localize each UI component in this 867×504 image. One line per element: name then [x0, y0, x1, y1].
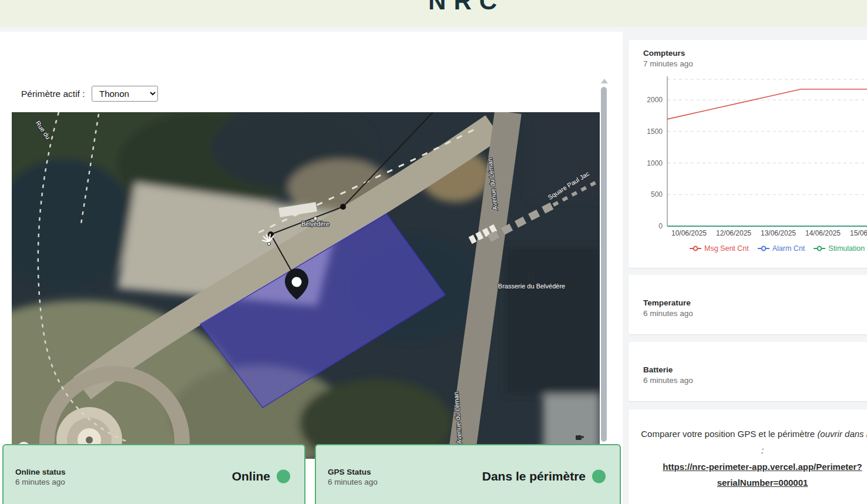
gps-status-value: Dans le périmètre	[482, 469, 586, 483]
svg-text:10/06/2025: 10/06/2025	[671, 229, 707, 237]
track-point	[340, 204, 346, 210]
brasserie-label: Brasserie du Belvédère	[498, 283, 565, 290]
temperature-title: Temperature	[643, 298, 693, 307]
battery-updated: 6 minutes ago	[643, 376, 693, 385]
svg-text:1000: 1000	[647, 159, 663, 167]
svg-text:12/06/2025: 12/06/2025	[716, 229, 751, 237]
app-header: NRC	[0, 0, 867, 27]
gps-status-indicator	[592, 470, 606, 483]
compare-text-colon: :	[761, 445, 764, 455]
online-status-card: Online status 6 minutes ago Online	[2, 444, 305, 504]
online-status-value: Online	[232, 469, 270, 483]
counters-chart: 050010001500200010/06/202512/06/202513/0…	[629, 40, 867, 243]
perimeter-app-link-serial[interactable]: serialNumber=000001	[639, 475, 867, 491]
online-status-title: Online status	[15, 468, 66, 476]
online-status-updated: 6 minutes ago	[15, 478, 66, 486]
svg-text:1500: 1500	[647, 127, 663, 136]
belvedere-label: Belvédère	[301, 220, 329, 227]
gps-compare-card: Comparer votre position GPS et le périmè…	[629, 409, 867, 504]
gps-status-updated: 6 minutes ago	[328, 478, 378, 486]
satellite-map[interactable]: Rue du Belvédère Avenue du Léman Square …	[12, 112, 600, 459]
scrollbar-thumb[interactable]	[601, 87, 607, 442]
svg-text:500: 500	[651, 190, 663, 199]
perimeter-select[interactable]: Thonon	[92, 86, 158, 102]
gps-status-title: GPS Status	[328, 468, 378, 476]
battery-card: Batterie 6 minutes ago	[629, 342, 867, 401]
temperature-card: Temperature 6 minutes ago	[629, 275, 867, 334]
chart-legend: Msg Sent CntAlarm CntStimulation Cnt	[690, 244, 867, 253]
gps-status-card: GPS Status 6 minutes ago Dans le périmèt…	[315, 444, 621, 504]
svg-text:0: 0	[658, 222, 663, 230]
active-perimeter-label: Périmètre actif :	[21, 89, 85, 99]
legend-item[interactable]: Msg Sent Cnt	[690, 244, 749, 253]
battery-title: Batterie	[643, 365, 693, 374]
svg-text:2000: 2000	[647, 96, 663, 104]
map-panel: Périmètre actif : Thonon	[0, 32, 623, 504]
svg-text:14/06/2025: 14/06/2025	[805, 229, 841, 237]
counters-card: Compteurs 7 minutes ago 0500100015002000…	[629, 40, 867, 268]
legend-item[interactable]: Stimulation Cnt	[814, 244, 867, 253]
svg-text:15/06/2025: 15/06/2025	[850, 229, 867, 237]
legend-item[interactable]: Alarm Cnt	[758, 244, 805, 253]
nrc-logo: NRC	[428, 0, 505, 15]
map-canvas: Rue du Belvédère Avenue du Léman Square …	[12, 112, 600, 459]
compare-text-italic: (ouvrir dans iOS)	[817, 429, 867, 439]
svg-text:13/06/2025: 13/06/2025	[761, 229, 796, 237]
scrollbar-up-arrow[interactable]	[601, 79, 608, 83]
temperature-updated: 6 minutes ago	[643, 309, 693, 318]
perimeter-app-link[interactable]: https://nrc-perimeter-app.vercel.app/Per…	[639, 459, 867, 475]
compare-text: Comparer votre position GPS et le périmè…	[641, 429, 817, 439]
online-status-indicator	[277, 470, 290, 483]
